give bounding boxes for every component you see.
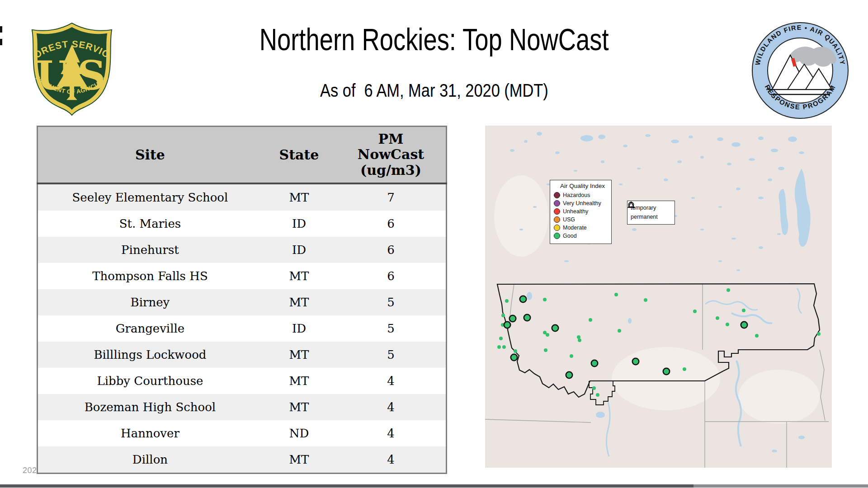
monitor-dot-large bbox=[520, 296, 526, 302]
col-header-pm-label: PM NowCast (ug/m3) bbox=[354, 131, 427, 178]
monitor-dot-small bbox=[578, 338, 581, 342]
monitor-dot-large bbox=[741, 322, 747, 328]
lake bbox=[537, 132, 542, 136]
nowcast-table: Site State PM NowCast (ug/m3) Seeley Ele… bbox=[37, 126, 447, 474]
site-cell: Dillon bbox=[38, 446, 262, 474]
lake bbox=[510, 149, 514, 152]
aqi-color-swatch bbox=[554, 208, 560, 215]
lake bbox=[628, 318, 632, 324]
monitor-dot-small bbox=[499, 337, 503, 340]
state-cell: ID bbox=[262, 237, 336, 263]
monitor-dot-small bbox=[755, 334, 759, 338]
lake bbox=[664, 178, 668, 181]
lake bbox=[777, 233, 781, 235]
site-cell: Libby Courthouse bbox=[38, 368, 262, 394]
lake bbox=[601, 160, 604, 163]
site-cell: Thompson Falls HS bbox=[38, 263, 262, 289]
pm-value-cell: 5 bbox=[336, 289, 447, 315]
lake bbox=[519, 229, 523, 230]
lake bbox=[574, 170, 577, 172]
monitor-dot-small bbox=[577, 335, 580, 339]
marker-type-legend: temporary permanent bbox=[627, 201, 675, 225]
pm-value-cell: 4 bbox=[336, 394, 447, 420]
lake bbox=[580, 135, 593, 141]
monitor-dot-small bbox=[514, 349, 517, 353]
aqi-legend-item: Unhealthy bbox=[554, 207, 611, 216]
monitor-dot-large bbox=[566, 372, 572, 378]
pm-value-cell: 5 bbox=[336, 315, 447, 342]
lake bbox=[768, 178, 772, 181]
lake bbox=[527, 292, 532, 300]
table-row: Thompson Falls HSMT6 bbox=[38, 263, 447, 289]
monitor-dot-small bbox=[501, 314, 505, 317]
table-row: Bozeman High SchoolMT4 bbox=[38, 394, 447, 420]
aqi-legend-item: Hazardous bbox=[554, 191, 611, 199]
wfaqrp-logo: WILDLAND FIRE • AIR QUALITY RESPONSE PRO… bbox=[750, 21, 850, 120]
lake bbox=[700, 229, 704, 230]
aqi-category-label: Very Unhealthy bbox=[563, 200, 601, 206]
usfs-logo: FOREST SERVICE U S DEPARTMENT OF AGRICUL… bbox=[27, 20, 117, 118]
state-cell: MT bbox=[262, 394, 336, 420]
table-row: BirneyMT5 bbox=[38, 289, 447, 315]
monitor-dot-small bbox=[618, 329, 621, 333]
pm-value-cell: 4 bbox=[336, 420, 447, 446]
lake bbox=[771, 149, 778, 152]
lake bbox=[671, 140, 679, 143]
table-row: HannoverND4 bbox=[38, 420, 447, 446]
lake bbox=[778, 167, 784, 170]
lake bbox=[798, 436, 805, 439]
site-cell: Birney bbox=[38, 289, 262, 315]
lake bbox=[619, 183, 623, 185]
monitor-dot-large bbox=[511, 354, 517, 361]
state-cell: ID bbox=[262, 315, 336, 342]
monitor-dot-large bbox=[663, 368, 670, 375]
lake bbox=[718, 260, 722, 262]
lake bbox=[759, 246, 763, 249]
monitor-map: Air Quality Index HazardousVery Unhealth… bbox=[485, 126, 832, 468]
lake bbox=[645, 134, 651, 137]
monitor-dot-small bbox=[589, 318, 592, 322]
aqi-color-swatch bbox=[554, 225, 560, 231]
monitor-dot-small bbox=[592, 386, 596, 390]
page-title: Northern Rockies: Top NowCast bbox=[259, 22, 609, 57]
lake bbox=[772, 450, 777, 452]
monitor-dot-small bbox=[693, 310, 697, 313]
pm-value-cell: 4 bbox=[336, 446, 447, 474]
lake bbox=[564, 260, 569, 262]
lake bbox=[736, 188, 741, 190]
table-row: Billlings LockwoodMT5 bbox=[38, 342, 447, 368]
site-cell: Grangeville bbox=[38, 315, 262, 342]
monitor-dot-small bbox=[726, 288, 730, 292]
col-header-site: Site bbox=[38, 127, 262, 184]
state-cell: MT bbox=[262, 289, 336, 315]
monitor-dot-small bbox=[544, 348, 547, 352]
site-cell: Pinehurst bbox=[38, 237, 262, 263]
monitor-dot-small bbox=[726, 323, 729, 326]
table-row: St. MariesID6 bbox=[38, 211, 447, 237]
aqi-legend-item: USG bbox=[554, 216, 611, 224]
monitor-dot-small bbox=[502, 345, 506, 349]
pm-value-cell: 7 bbox=[336, 183, 447, 211]
lake bbox=[799, 151, 804, 154]
monitor-dot-small bbox=[505, 299, 509, 303]
site-cell: St. Maries bbox=[38, 211, 262, 237]
state-cell: MT bbox=[262, 183, 336, 211]
left-edge-mark bbox=[0, 39, 2, 45]
table-row: PinehurstID6 bbox=[38, 237, 447, 263]
monitor-dot-small bbox=[683, 367, 686, 371]
aqi-legend-item: Moderate bbox=[554, 224, 611, 232]
monitor-dot-large bbox=[504, 322, 510, 328]
col-header-state: State bbox=[262, 127, 336, 184]
lake bbox=[700, 156, 704, 159]
site-cell: Bozeman High School bbox=[38, 394, 262, 420]
bottom-window-edge-right bbox=[693, 484, 868, 488]
site-cell: Billlings Lockwood bbox=[38, 342, 262, 368]
bottom-window-edge bbox=[0, 484, 693, 488]
monitor-dot-small bbox=[596, 393, 599, 397]
table-row: Seeley Elementary SchoolMT7 bbox=[38, 183, 447, 211]
lake bbox=[749, 158, 755, 161]
state-cell: MT bbox=[262, 368, 336, 394]
state-cell: ID bbox=[262, 211, 336, 237]
site-cell: Seeley Elementary School bbox=[38, 183, 262, 211]
aqi-category-label: Good bbox=[563, 233, 577, 239]
